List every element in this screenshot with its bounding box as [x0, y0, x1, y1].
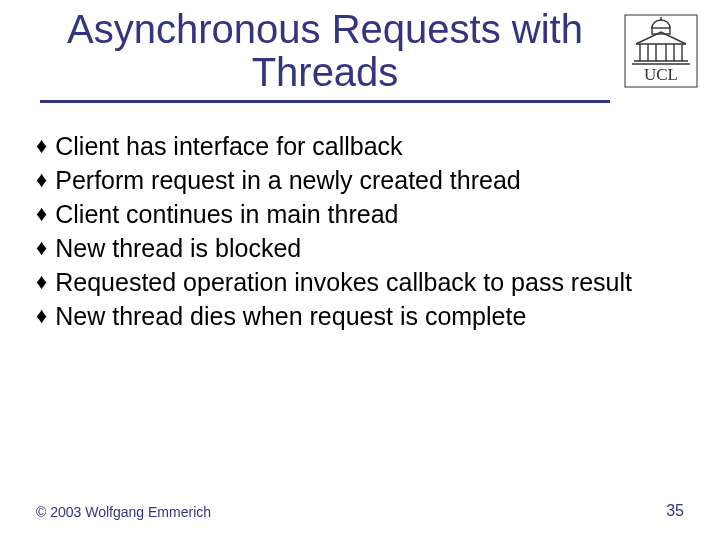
diamond-bullet-icon: ♦: [36, 164, 47, 196]
list-item: ♦ Requested operation invokes callback t…: [36, 266, 684, 298]
list-item-text: New thread dies when request is complete: [55, 300, 526, 332]
bullet-list: ♦ Client has interface for callback ♦ Pe…: [36, 130, 684, 334]
list-item: ♦ Client continues in main thread: [36, 198, 684, 230]
slide-title: Asynchronous Requests with Threads: [40, 8, 610, 94]
list-item: ♦ New thread dies when request is comple…: [36, 300, 684, 332]
list-item-text: Perform request in a newly created threa…: [55, 164, 521, 196]
list-item: ♦ Client has interface for callback: [36, 130, 684, 162]
list-item: ♦ New thread is blocked: [36, 232, 684, 264]
title-block: Asynchronous Requests with Threads: [40, 8, 610, 103]
slide: Asynchronous Requests with Threads: [0, 0, 720, 540]
diamond-bullet-icon: ♦: [36, 198, 47, 230]
list-item-text: Client has interface for callback: [55, 130, 402, 162]
title-underline: [40, 100, 610, 103]
diamond-bullet-icon: ♦: [36, 232, 47, 264]
diamond-bullet-icon: ♦: [36, 130, 47, 162]
svg-text:UCL: UCL: [644, 65, 678, 84]
footer: © 2003 Wolfgang Emmerich 35: [36, 502, 684, 520]
diamond-bullet-icon: ♦: [36, 266, 47, 298]
list-item-text: Requested operation invokes callback to …: [55, 266, 632, 298]
diamond-bullet-icon: ♦: [36, 300, 47, 332]
list-item-text: Client continues in main thread: [55, 198, 398, 230]
list-item: ♦ Perform request in a newly created thr…: [36, 164, 684, 196]
list-item-text: New thread is blocked: [55, 232, 301, 264]
copyright-text: © 2003 Wolfgang Emmerich: [36, 504, 211, 520]
ucl-logo: UCL: [624, 14, 698, 88]
page-number: 35: [666, 502, 684, 520]
